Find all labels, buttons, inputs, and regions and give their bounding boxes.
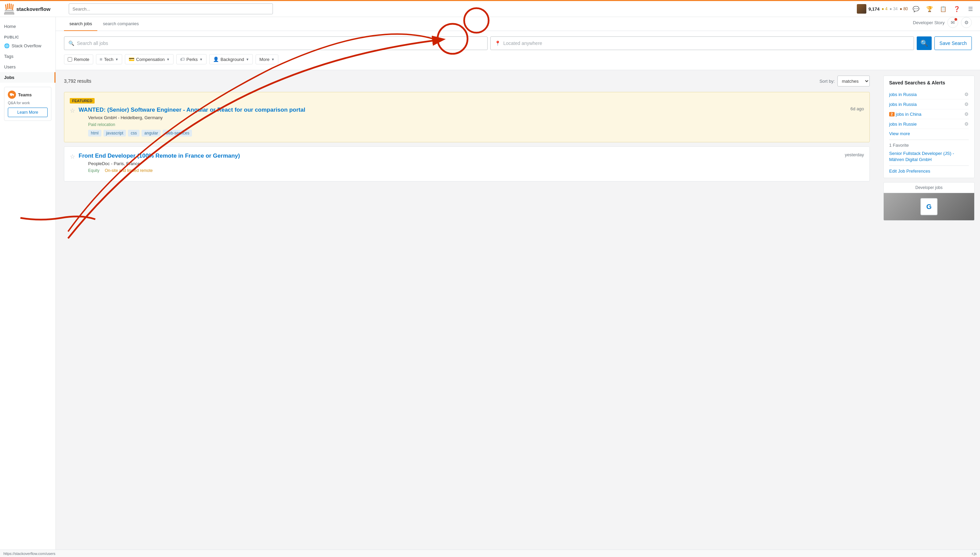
sidebar-item-stackoverflow[interactable]: 🌐 Stack Overflow	[0, 41, 55, 51]
teams-icon	[8, 91, 16, 99]
saved-search-gear-2[interactable]: ⚙	[964, 111, 969, 117]
saved-search-1: jobs in Russia ⚙	[889, 99, 969, 109]
learn-more-button[interactable]: Learn More	[8, 107, 48, 117]
saved-searches-title: Saved Searches & Alerts	[889, 80, 969, 85]
saved-search-gear-3[interactable]: ⚙	[964, 121, 969, 127]
favorites-count-label: 1 Favorite	[889, 143, 969, 148]
saved-search-link-2[interactable]: 2 jobs in China	[889, 112, 922, 117]
remote-label: Remote	[74, 57, 89, 62]
job-tags-1: html javascript css angular web-services	[88, 130, 305, 137]
tabs-bar: search jobs search companies Developer S…	[56, 17, 980, 31]
gold-badge: ● 4	[882, 7, 888, 11]
svg-rect-13	[11, 95, 12, 96]
perks-chevron: ▼	[200, 57, 203, 61]
search-button[interactable]: 🔍	[917, 36, 932, 50]
tag-css[interactable]: css	[128, 130, 140, 137]
svg-rect-7	[7, 4, 8, 9]
saved-search-gear-0[interactable]: ⚙	[964, 91, 969, 97]
email-alert-button[interactable]: ✉	[948, 17, 958, 28]
save-search-button[interactable]: Save Search	[935, 36, 972, 50]
background-label: Background	[221, 57, 244, 62]
perks-filter[interactable]: 🏷 Perks ▼	[176, 54, 206, 64]
tab-search-jobs[interactable]: search jobs	[64, 17, 97, 31]
compensation-filter[interactable]: 💳 Compensation ▼	[125, 54, 174, 64]
compensation-label: Compensation	[136, 57, 165, 62]
search-icon: 🔍	[68, 41, 74, 46]
teams-promo: Teams Q&A for work Learn More	[4, 87, 51, 121]
dev-jobs-panel: Developer jobs G	[883, 182, 975, 221]
tag-angular[interactable]: angular	[141, 130, 161, 137]
location-input[interactable]	[503, 41, 910, 46]
saved-search-2: 2 jobs in China ⚙	[889, 109, 969, 119]
svg-rect-6	[5, 5, 7, 10]
tech-filter[interactable]: ≡ Tech ▼	[96, 54, 122, 64]
search-inputs-row: 🔍 📍 🔍 Save Search	[64, 36, 972, 50]
job-main-row-2: ☆ Front End Developer (100% Remote in Fr…	[70, 152, 240, 176]
jobs-search-field[interactable]: 🔍	[64, 36, 488, 50]
status-bar: https://stackoverflow.com/users r.js	[0, 549, 980, 557]
saved-search-link-0[interactable]: jobs in Russia	[889, 92, 917, 97]
tag-javascript[interactable]: javascript	[104, 130, 126, 137]
tag-html[interactable]: html	[88, 130, 101, 137]
tab-search-companies[interactable]: search companies	[97, 17, 144, 31]
saved-search-gear-1[interactable]: ⚙	[964, 101, 969, 107]
results-area: 3,792 results Sort by: matches relevance…	[56, 70, 980, 226]
avatar[interactable]	[857, 4, 866, 14]
job-title-1[interactable]: WANTED: (Senior) Software Engineer - Ang…	[79, 106, 305, 114]
sidebar-users-label: Users	[4, 64, 16, 70]
more-filter[interactable]: More ▼	[256, 54, 278, 64]
sort-select[interactable]: matches relevance date	[837, 76, 870, 86]
settings-button[interactable]: ⚙	[961, 17, 972, 28]
job-perks-2: Equity On-site and limited remote	[88, 168, 240, 173]
tag-web-services[interactable]: web-services	[163, 130, 192, 137]
view-more-link[interactable]: View more	[889, 129, 969, 138]
hamburger-button[interactable]: ☰	[965, 3, 976, 14]
location-icon: 📍	[495, 41, 501, 46]
svg-rect-0	[5, 10, 14, 11]
favorite-job-link[interactable]: Senior Fullstack Developer (JS) - Mähren…	[889, 150, 969, 163]
job-main-row-1: ☆ WANTED: (Senior) Software Engineer - A…	[70, 106, 305, 137]
dev-story-link[interactable]: Developer Story	[913, 20, 944, 25]
teams-sublabel: Q&A for work	[8, 101, 48, 105]
edit-prefs-link[interactable]: Edit Job Preferences	[889, 166, 969, 174]
job-star-1[interactable]: ☆	[70, 107, 75, 114]
saved-search-link-3[interactable]: jobs in Russie	[889, 122, 917, 127]
background-icon: 👤	[213, 57, 219, 62]
remote-filter[interactable]: Remote	[64, 54, 93, 64]
job-card-header-1: ☆ WANTED: (Senior) Software Engineer - A…	[70, 106, 864, 137]
sidebar-item-users[interactable]: Users	[0, 62, 55, 72]
job-star-2[interactable]: ☆	[70, 153, 75, 160]
job-card-header-2: ☆ Front End Developer (100% Remote in Fr…	[70, 152, 864, 176]
global-search-input[interactable]	[69, 3, 273, 14]
compensation-chevron: ▼	[166, 57, 170, 61]
search-area: 🔍 📍 🔍 Save Search Remote ≡	[56, 31, 980, 70]
saved-search-link-1[interactable]: jobs in Russia	[889, 102, 917, 107]
saved-search-0: jobs in Russia ⚙	[889, 90, 969, 99]
logo[interactable]: stackoverflow	[4, 3, 65, 15]
remote-checkbox[interactable]	[68, 57, 72, 62]
jobs-search-input[interactable]	[77, 41, 483, 46]
email-notification-dot	[954, 18, 957, 21]
sidebar-home-label: Home	[4, 24, 16, 29]
job-title-2[interactable]: Front End Developer (100% Remote in Fran…	[79, 152, 240, 160]
search-button-icon: 🔍	[920, 39, 928, 47]
sidebar-so-label: Stack Overflow	[11, 43, 41, 48]
settings-icon: ⚙	[964, 20, 969, 25]
job-perk-equity: Equity	[88, 168, 99, 173]
new-badge-2: 2	[889, 112, 895, 116]
saved-searches-panel: Saved Searches & Alerts jobs in Russia ⚙…	[883, 76, 975, 178]
review-button[interactable]: 📋	[938, 3, 949, 14]
sidebar-item-jobs[interactable]: Jobs	[0, 72, 55, 83]
inbox-button[interactable]: 💬	[910, 3, 922, 14]
help-button[interactable]: ❓	[951, 3, 962, 14]
silver-badge: ● 34	[889, 7, 898, 11]
location-field[interactable]: 📍	[490, 36, 914, 50]
background-filter[interactable]: 👤 Background ▼	[209, 54, 253, 64]
sidebar-item-home[interactable]: Home	[0, 21, 55, 32]
dev-jobs-title: Developer jobs	[884, 182, 974, 193]
sidebar-item-tags[interactable]: Tags	[0, 51, 55, 62]
status-url: https://stackoverflow.com/users	[3, 552, 55, 555]
global-search[interactable]	[69, 3, 273, 14]
tabs-right: Developer Story ✉ ⚙	[913, 17, 972, 31]
achievements-button[interactable]: 🏆	[924, 3, 935, 14]
